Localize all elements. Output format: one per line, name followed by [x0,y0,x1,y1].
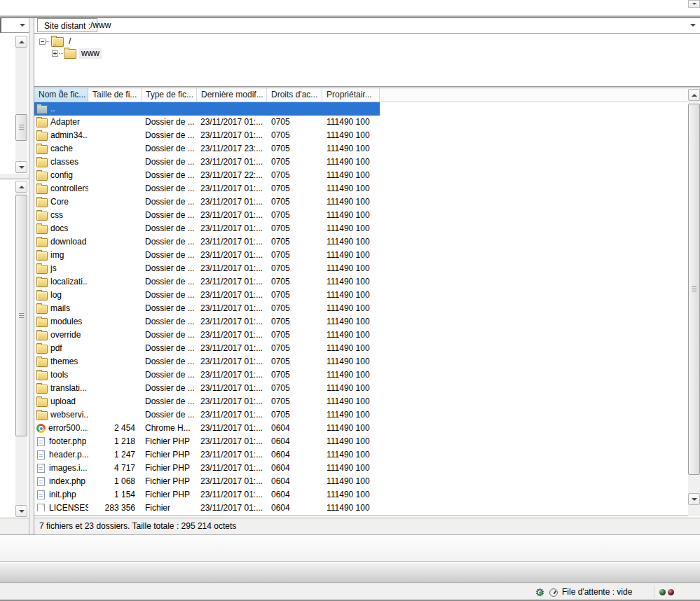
file-name-label: modules [50,315,82,329]
file-owner: 111490 100 [322,182,380,195]
table-row[interactable]: mailsDossier de ...23/11/2017 01:...0705… [34,302,380,315]
folder-icon [36,398,48,407]
chevron-down-icon [19,166,25,169]
file-modified: 23/11/2017 01:... [197,116,267,129]
file-name-label: Adapter [50,116,80,129]
table-row[interactable]: overrideDossier de ...23/11/2017 01:...0… [34,329,380,342]
speed-gauge-icon[interactable] [549,588,558,597]
table-row[interactable]: images.i...4 717Fichier PHP23/11/2017 01… [34,462,380,475]
table-row[interactable]: LICENSES283 356Fichier23/11/2017 01:...0… [34,502,380,511]
file-modified: 23/11/2017 01:... [197,329,267,342]
file-permissions: 0705 [267,315,322,329]
table-row[interactable]: uploadDossier de ...23/11/2017 01:...070… [34,395,380,408]
statusbar-separator [654,586,654,598]
expand-expander-icon[interactable] [52,50,58,57]
table-row[interactable]: jsDossier de ...23/11/2017 01:...0705111… [34,262,380,275]
scroll-down-button[interactable] [15,161,27,173]
table-row[interactable]: downloadDossier de ...23/11/2017 01:...0… [34,235,380,249]
scrollbar-thumb[interactable] [15,195,27,436]
table-row[interactable]: toolsDossier de ...23/11/2017 01:...0705… [34,368,380,382]
local-list-scrollbar[interactable] [15,181,27,517]
table-row[interactable]: modulesDossier de ...23/11/2017 01:...07… [34,315,380,329]
folder-icon [36,278,48,287]
scrollbar-thumb[interactable] [688,104,700,475]
table-row[interactable]: logDossier de ...23/11/2017 01:...070511… [34,289,380,302]
local-pane-divider[interactable] [0,174,29,179]
table-row[interactable]: controllersDossier de ...23/11/2017 01:.… [34,182,380,195]
table-row[interactable]: docsDossier de ...23/11/2017 01:...07051… [34,222,380,235]
folder-icon [64,49,76,59]
file-type: Dossier de ... [142,222,197,235]
local-site-combobox[interactable] [0,18,29,33]
file-name-label: config [50,169,73,182]
tree-item-root[interactable]: / [39,36,73,47]
scroll-up-button[interactable] [688,89,700,101]
table-row[interactable]: translati...Dossier de ...23/11/2017 01:… [34,382,380,395]
local-tree-scrollbar[interactable] [15,36,27,173]
folder-icon [36,345,48,354]
file-type: Dossier de ... [142,169,197,182]
table-row[interactable]: AdapterDossier de ...23/11/2017 01:...07… [34,116,380,129]
file-permissions: 0705 [267,382,322,395]
table-row[interactable]: CoreDossier de ...23/11/2017 01:...07051… [34,195,380,209]
table-row[interactable]: imgDossier de ...23/11/2017 01:...070511… [34,249,380,262]
file-owner [322,102,380,116]
table-row[interactable]: cacheDossier de ...23/11/2017 23:...0705… [34,142,380,156]
remote-tree: / www [34,34,700,87]
tree-item-www-label[interactable]: www [79,48,102,59]
column-header-label: Dernière modif... [201,90,263,99]
chevron-up-icon [19,186,25,188]
queue-gear-icon[interactable]: ⚙ [535,587,546,597]
tree-item-www[interactable]: www [52,48,102,59]
table-row[interactable]: classesDossier de ...23/11/2017 01:...07… [34,156,380,169]
table-row[interactable]: localizati...Dossier de ...23/11/2017 01… [34,275,380,289]
file-permissions: 0705 [267,275,322,289]
folder-icon [36,225,48,234]
folder-icon [36,358,48,367]
file-type: Dossier de ... [142,289,197,302]
table-row[interactable]: themesDossier de ...23/11/2017 01:...070… [34,355,380,368]
folder-icon [36,172,48,181]
queue-resize-band[interactable] [0,562,700,583]
file-size [88,169,142,182]
scroll-up-button[interactable] [15,36,27,48]
table-row[interactable]: admin34...Dossier de ...23/11/2017 01:..… [34,129,380,142]
scroll-up-button[interactable] [15,181,27,193]
table-row[interactable]: footer.php1 218Fichier PHP23/11/2017 01:… [34,435,380,448]
log-scroll-down-button[interactable] [688,0,700,8]
column-header-4[interactable]: Dernière modif... [197,88,267,102]
column-header-5[interactable]: Droits d'ac... [267,88,322,102]
file-owner: 111490 100 [322,209,380,222]
file-permissions: 0604 [267,475,322,488]
file-permissions: 0705 [267,262,322,275]
scroll-down-button[interactable] [15,505,27,517]
scrollbar-thumb[interactable] [15,114,27,141]
collapse-expander-icon[interactable] [39,39,46,45]
tree-item-root-label[interactable]: / [67,36,73,47]
file-size: 1 068 [88,475,142,488]
table-row[interactable]: configDossier de ...23/11/2017 22:...070… [34,169,380,182]
column-header-3[interactable]: Type de fic... [142,88,197,102]
table-row[interactable]: cssDossier de ...23/11/2017 01:...070511… [34,209,380,222]
table-row[interactable]: pdfDossier de ...23/11/2017 01:...070511… [34,342,380,355]
column-header-1[interactable]: Nom de fic... [34,88,88,102]
column-header-6[interactable]: Propriétair... [322,88,380,102]
table-row[interactable]: index.php1 068Fichier PHP23/11/2017 01:.… [34,475,380,488]
local-pane [0,18,29,534]
file-size [88,262,142,275]
table-row[interactable]: .. [34,102,380,116]
remote-list-scrollbar[interactable] [688,89,700,505]
table-row[interactable]: error500....2 454Chrome H...23/11/2017 0… [34,422,380,435]
column-header-2[interactable]: Taille de fi... [88,88,142,102]
file-modified: 23/11/2017 01:... [197,195,267,209]
table-row[interactable]: init.php1 154Fichier PHP23/11/2017 01:..… [34,488,380,502]
table-row[interactable]: header.p...1 247Fichier PHP23/11/2017 01… [34,448,380,462]
table-row[interactable]: webservi...Dossier de ...23/11/2017 01:.… [34,408,380,422]
column-header-label: Propriétair... [327,90,372,99]
remote-path-dropdown-icon[interactable] [690,24,696,27]
scroll-down-button[interactable] [688,493,700,505]
file-name-label: cache [50,142,73,156]
php-icon [37,450,45,460]
file-name-label: header.p... [49,448,88,462]
remote-path-value[interactable]: /www [90,18,111,32]
